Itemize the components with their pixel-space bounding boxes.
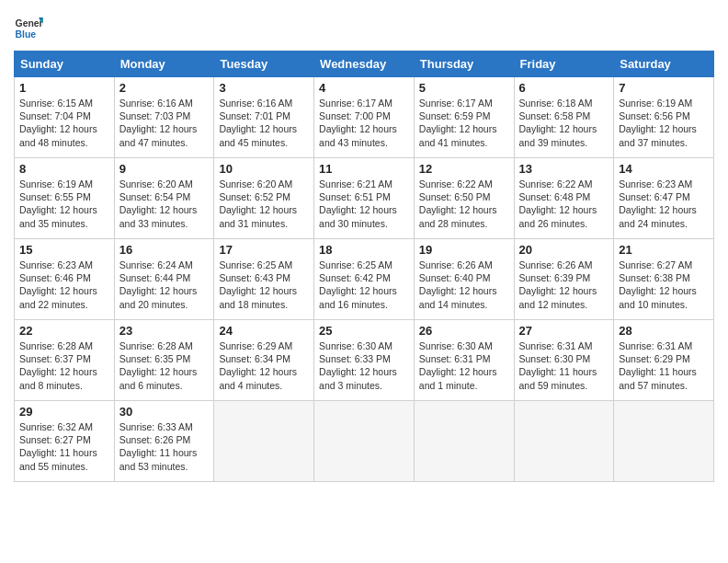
day-info: Sunrise: 6:33 AM Sunset: 6:26 PM Dayligh…: [119, 420, 210, 473]
week-row-5: 29Sunrise: 6:32 AM Sunset: 6:27 PM Dayli…: [15, 401, 714, 482]
day-cell: 12Sunrise: 6:22 AM Sunset: 6:50 PM Dayli…: [414, 158, 514, 239]
day-cell: 10Sunrise: 6:20 AM Sunset: 6:52 PM Dayli…: [214, 158, 314, 239]
day-cell: 28Sunrise: 6:31 AM Sunset: 6:29 PM Dayli…: [614, 320, 714, 401]
logo: General Blue: [14, 14, 43, 43]
day-cell: 9Sunrise: 6:20 AM Sunset: 6:54 PM Daylig…: [114, 158, 214, 239]
day-cell: [214, 401, 314, 482]
column-header-sunday: Sunday: [15, 52, 115, 77]
day-info: Sunrise: 6:19 AM Sunset: 6:56 PM Dayligh…: [619, 97, 709, 149]
day-cell: [314, 401, 415, 482]
day-cell: 26Sunrise: 6:30 AM Sunset: 6:31 PM Dayli…: [414, 320, 514, 401]
day-number: 13: [519, 162, 609, 176]
column-header-saturday: Saturday: [614, 52, 714, 77]
day-number: 17: [219, 243, 309, 257]
day-cell: [414, 401, 514, 482]
day-number: 15: [19, 243, 109, 257]
day-number: 14: [619, 162, 709, 176]
day-info: Sunrise: 6:19 AM Sunset: 6:55 PM Dayligh…: [19, 178, 109, 230]
day-info: Sunrise: 6:18 AM Sunset: 6:58 PM Dayligh…: [519, 97, 609, 149]
day-info: Sunrise: 6:25 AM Sunset: 6:42 PM Dayligh…: [319, 259, 409, 311]
week-row-1: 1Sunrise: 6:15 AM Sunset: 7:04 PM Daylig…: [15, 77, 714, 158]
day-info: Sunrise: 6:17 AM Sunset: 6:59 PM Dayligh…: [419, 97, 509, 149]
day-number: 7: [619, 81, 709, 95]
day-cell: [614, 401, 714, 482]
day-number: 3: [219, 81, 309, 95]
day-cell: 13Sunrise: 6:22 AM Sunset: 6:48 PM Dayli…: [514, 158, 614, 239]
week-row-3: 15Sunrise: 6:23 AM Sunset: 6:46 PM Dayli…: [15, 239, 714, 320]
column-header-friday: Friday: [514, 52, 614, 77]
day-cell: 18Sunrise: 6:25 AM Sunset: 6:42 PM Dayli…: [314, 239, 415, 320]
day-number: 30: [119, 405, 210, 419]
day-number: 1: [19, 81, 109, 95]
day-cell: 30Sunrise: 6:33 AM Sunset: 6:26 PM Dayli…: [114, 401, 214, 482]
day-cell: 14Sunrise: 6:23 AM Sunset: 6:47 PM Dayli…: [614, 158, 714, 239]
day-info: Sunrise: 6:17 AM Sunset: 7:00 PM Dayligh…: [319, 97, 409, 149]
day-cell: 1Sunrise: 6:15 AM Sunset: 7:04 PM Daylig…: [15, 77, 115, 158]
day-info: Sunrise: 6:24 AM Sunset: 6:44 PM Dayligh…: [119, 259, 210, 311]
day-info: Sunrise: 6:20 AM Sunset: 6:52 PM Dayligh…: [219, 178, 309, 230]
day-info: Sunrise: 6:31 AM Sunset: 6:30 PM Dayligh…: [519, 339, 609, 392]
day-number: 16: [119, 243, 210, 257]
day-info: Sunrise: 6:20 AM Sunset: 6:54 PM Dayligh…: [119, 178, 210, 230]
day-number: 11: [319, 162, 409, 176]
day-number: 22: [19, 324, 109, 338]
column-header-wednesday: Wednesday: [314, 52, 415, 77]
day-info: Sunrise: 6:16 AM Sunset: 7:01 PM Dayligh…: [219, 97, 309, 149]
day-cell: 20Sunrise: 6:26 AM Sunset: 6:39 PM Dayli…: [514, 239, 614, 320]
day-number: 21: [619, 243, 709, 257]
day-info: Sunrise: 6:23 AM Sunset: 6:47 PM Dayligh…: [619, 178, 709, 230]
day-cell: 27Sunrise: 6:31 AM Sunset: 6:30 PM Dayli…: [514, 320, 614, 401]
day-info: Sunrise: 6:22 AM Sunset: 6:48 PM Dayligh…: [519, 178, 609, 230]
day-cell: 7Sunrise: 6:19 AM Sunset: 6:56 PM Daylig…: [614, 77, 714, 158]
day-info: Sunrise: 6:30 AM Sunset: 6:33 PM Dayligh…: [319, 339, 409, 392]
day-number: 24: [219, 324, 309, 338]
day-number: 26: [419, 324, 509, 338]
day-number: 6: [519, 81, 609, 95]
day-info: Sunrise: 6:29 AM Sunset: 6:34 PM Dayligh…: [219, 339, 309, 392]
day-info: Sunrise: 6:32 AM Sunset: 6:27 PM Dayligh…: [19, 420, 109, 473]
day-cell: 19Sunrise: 6:26 AM Sunset: 6:40 PM Dayli…: [414, 239, 514, 320]
column-header-monday: Monday: [114, 52, 214, 77]
day-cell: 11Sunrise: 6:21 AM Sunset: 6:51 PM Dayli…: [314, 158, 415, 239]
day-cell: 3Sunrise: 6:16 AM Sunset: 7:01 PM Daylig…: [214, 77, 314, 158]
day-number: 25: [319, 324, 409, 338]
day-cell: 16Sunrise: 6:24 AM Sunset: 6:44 PM Dayli…: [114, 239, 214, 320]
day-cell: 4Sunrise: 6:17 AM Sunset: 7:00 PM Daylig…: [314, 77, 415, 158]
column-header-thursday: Thursday: [414, 52, 514, 77]
calendar-table: SundayMondayTuesdayWednesdayThursdayFrid…: [14, 51, 714, 482]
day-number: 20: [519, 243, 609, 257]
week-row-4: 22Sunrise: 6:28 AM Sunset: 6:37 PM Dayli…: [15, 320, 714, 401]
header-row: SundayMondayTuesdayWednesdayThursdayFrid…: [15, 52, 714, 77]
page-header: General Blue: [14, 14, 714, 43]
day-cell: 15Sunrise: 6:23 AM Sunset: 6:46 PM Dayli…: [15, 239, 115, 320]
day-info: Sunrise: 6:21 AM Sunset: 6:51 PM Dayligh…: [319, 178, 409, 230]
logo-icon: General Blue: [14, 14, 43, 43]
column-header-tuesday: Tuesday: [214, 52, 314, 77]
day-number: 9: [119, 162, 210, 176]
day-info: Sunrise: 6:22 AM Sunset: 6:50 PM Dayligh…: [419, 178, 509, 230]
day-number: 2: [119, 81, 210, 95]
day-number: 18: [319, 243, 409, 257]
day-info: Sunrise: 6:15 AM Sunset: 7:04 PM Dayligh…: [19, 97, 109, 149]
day-cell: [514, 401, 614, 482]
day-number: 10: [219, 162, 309, 176]
day-info: Sunrise: 6:27 AM Sunset: 6:38 PM Dayligh…: [619, 259, 709, 311]
week-row-2: 8Sunrise: 6:19 AM Sunset: 6:55 PM Daylig…: [15, 158, 714, 239]
day-number: 19: [419, 243, 509, 257]
day-info: Sunrise: 6:31 AM Sunset: 6:29 PM Dayligh…: [619, 339, 709, 392]
day-cell: 29Sunrise: 6:32 AM Sunset: 6:27 PM Dayli…: [15, 401, 115, 482]
day-info: Sunrise: 6:26 AM Sunset: 6:39 PM Dayligh…: [519, 259, 609, 311]
svg-text:Blue: Blue: [16, 29, 37, 40]
day-cell: 25Sunrise: 6:30 AM Sunset: 6:33 PM Dayli…: [314, 320, 415, 401]
day-info: Sunrise: 6:30 AM Sunset: 6:31 PM Dayligh…: [419, 339, 509, 392]
day-info: Sunrise: 6:28 AM Sunset: 6:37 PM Dayligh…: [19, 339, 109, 392]
day-info: Sunrise: 6:26 AM Sunset: 6:40 PM Dayligh…: [419, 259, 509, 311]
day-info: Sunrise: 6:28 AM Sunset: 6:35 PM Dayligh…: [119, 339, 210, 392]
day-cell: 22Sunrise: 6:28 AM Sunset: 6:37 PM Dayli…: [15, 320, 115, 401]
day-cell: 8Sunrise: 6:19 AM Sunset: 6:55 PM Daylig…: [15, 158, 115, 239]
day-number: 5: [419, 81, 509, 95]
day-cell: 24Sunrise: 6:29 AM Sunset: 6:34 PM Dayli…: [214, 320, 314, 401]
day-number: 12: [419, 162, 509, 176]
day-number: 29: [19, 405, 109, 419]
day-info: Sunrise: 6:16 AM Sunset: 7:03 PM Dayligh…: [119, 97, 210, 149]
